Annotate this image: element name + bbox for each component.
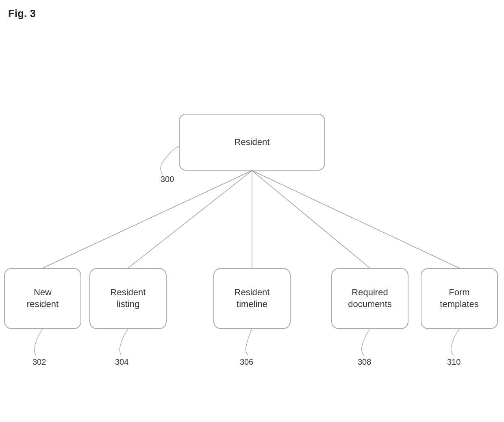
- node-required-documents-label: Requireddocuments: [348, 287, 392, 310]
- node-resident-listing-label: Residentlisting: [111, 287, 146, 310]
- node-form-templates-label: Formtemplates: [440, 287, 478, 310]
- node-new-resident-label: Newresident: [27, 287, 59, 310]
- node-resident: Resident: [179, 114, 325, 171]
- svg-line-1: [128, 171, 252, 268]
- svg-line-3: [252, 171, 370, 268]
- node-form-templates: Formtemplates: [421, 268, 498, 329]
- svg-line-4: [252, 171, 459, 268]
- ref-302: 302: [33, 357, 46, 367]
- node-resident-timeline: Residenttimeline: [213, 268, 291, 329]
- node-resident-listing: Residentlisting: [89, 268, 167, 329]
- ref-308: 308: [358, 357, 371, 367]
- node-required-documents: Requireddocuments: [331, 268, 408, 329]
- node-resident-label: Resident: [235, 136, 270, 148]
- ref-310: 310: [447, 357, 461, 367]
- ref-306: 306: [240, 357, 253, 367]
- page-container: Fig. 3 Resident Newresi: [0, 0, 504, 422]
- node-new-resident: Newresident: [4, 268, 81, 329]
- figure-label: Fig. 3: [8, 7, 36, 20]
- node-resident-timeline-label: Residenttimeline: [235, 287, 270, 310]
- svg-line-0: [43, 171, 252, 268]
- ref-300: 300: [161, 175, 174, 184]
- ref-304: 304: [115, 357, 128, 367]
